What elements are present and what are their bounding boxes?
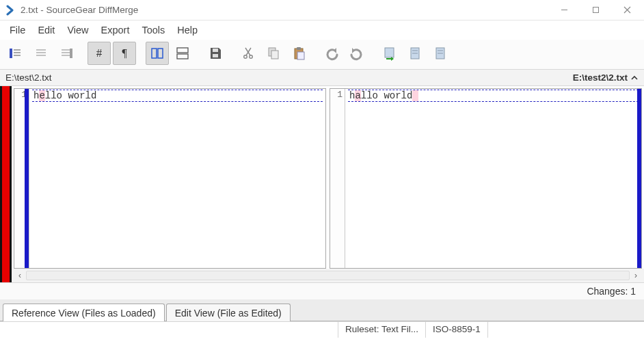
status-empty: [0, 322, 338, 338]
left-text[interactable]: hello world: [29, 89, 325, 268]
window-controls: [548, 0, 643, 20]
status-bar: Ruleset: Text Fil... ISO-8859-1: [0, 321, 644, 338]
align-right-button[interactable]: [55, 42, 78, 65]
horizontal-scrollbar[interactable]: ‹ ›: [12, 269, 644, 282]
maximize-button[interactable]: [580, 0, 611, 20]
tab-reference-view[interactable]: Reference View (Files as Loaded): [3, 304, 165, 321]
copy-button[interactable]: [262, 42, 285, 65]
line-number: 1: [332, 90, 343, 100]
menu-file[interactable]: File: [4, 23, 31, 37]
right-text[interactable]: hallo world: [345, 89, 641, 268]
menu-tools[interactable]: Tools: [136, 23, 170, 37]
right-line-numbers: 1: [330, 89, 345, 268]
toolbar: # ¶: [0, 40, 644, 70]
window-title: 2.txt - SourceGear DiffMerge: [21, 5, 548, 15]
align-left-button[interactable]: [4, 42, 27, 65]
tab-edit-view[interactable]: Edit View (File as Edited): [166, 304, 291, 321]
hash-button[interactable]: #: [88, 42, 111, 65]
right-pane[interactable]: 1 hallo world: [330, 88, 642, 269]
svg-text:¶: ¶: [122, 47, 127, 59]
svg-point-21: [244, 55, 247, 59]
menu-edit[interactable]: Edit: [32, 23, 60, 37]
diff-edge-marker: [25, 89, 29, 268]
svg-text:#: #: [96, 46, 103, 59]
diff-line[interactable]: hallo world: [348, 90, 639, 102]
view-tabs: Reference View (Files as Loaded) Edit Vi…: [0, 299, 644, 321]
workspace: 1 hello world 1 hallo world ‹: [0, 86, 644, 283]
svg-rect-28: [385, 48, 394, 57]
save-button[interactable]: [204, 42, 227, 65]
chevron-up-icon[interactable]: [630, 74, 639, 82]
titlebar: 2.txt - SourceGear DiffMerge: [0, 0, 644, 21]
svg-rect-26: [297, 47, 301, 50]
paste-button[interactable]: [287, 42, 310, 65]
close-button[interactable]: [611, 0, 643, 20]
menu-help[interactable]: Help: [172, 23, 203, 37]
doc-button-2[interactable]: [429, 42, 452, 65]
char-diff: a: [355, 90, 360, 101]
status-encoding: ISO-8859-1: [426, 322, 488, 338]
overview-gutter[interactable]: [0, 86, 12, 282]
right-file-path: E:\test2\2.txt: [573, 72, 628, 83]
menu-view[interactable]: View: [62, 23, 94, 37]
char-diff: e: [39, 90, 44, 101]
svg-rect-19: [213, 49, 218, 52]
align-center-button[interactable]: [29, 42, 53, 65]
svg-rect-17: [177, 48, 188, 53]
svg-rect-16: [158, 49, 163, 58]
cut-button[interactable]: [237, 42, 260, 65]
undo-button[interactable]: [320, 42, 343, 65]
diff-line[interactable]: hello world: [32, 90, 323, 102]
status-ruleset: Ruleset: Text Fil...: [338, 322, 426, 338]
svg-rect-2: [10, 49, 12, 58]
scroll-left-icon[interactable]: ‹: [14, 271, 26, 280]
svg-rect-27: [297, 52, 304, 59]
svg-rect-20: [213, 54, 218, 57]
changes-summary: Changes: 1: [0, 283, 644, 299]
left-pane[interactable]: 1 hello world: [14, 88, 326, 269]
redo-button[interactable]: [345, 42, 368, 65]
diff-edge-marker: [637, 89, 641, 268]
apply-right-button[interactable]: [378, 42, 401, 65]
changes-count: Changes: 1: [587, 286, 636, 297]
pilcrow-button[interactable]: ¶: [113, 42, 136, 65]
menu-export[interactable]: Export: [96, 23, 135, 37]
svg-rect-12: [70, 49, 72, 58]
svg-rect-15: [152, 49, 157, 58]
minimize-button[interactable]: [548, 0, 580, 20]
scroll-track[interactable]: [26, 271, 630, 280]
svg-rect-18: [177, 54, 188, 59]
app-icon: [4, 5, 18, 16]
scroll-right-icon[interactable]: ›: [630, 271, 642, 280]
path-bar: E:\test\2.txt E:\test2\2.txt: [0, 70, 644, 86]
menubar: File Edit View Export Tools Help: [0, 21, 644, 40]
svg-rect-1: [593, 8, 598, 13]
doc-button-1[interactable]: [403, 42, 427, 65]
svg-rect-24: [271, 51, 278, 59]
char-diff-trail: [412, 90, 418, 101]
split-vertical-button[interactable]: [146, 42, 169, 65]
svg-point-22: [250, 55, 253, 59]
left-file-path: E:\test\2.txt: [5, 72, 52, 83]
split-horizontal-button[interactable]: [171, 42, 194, 65]
